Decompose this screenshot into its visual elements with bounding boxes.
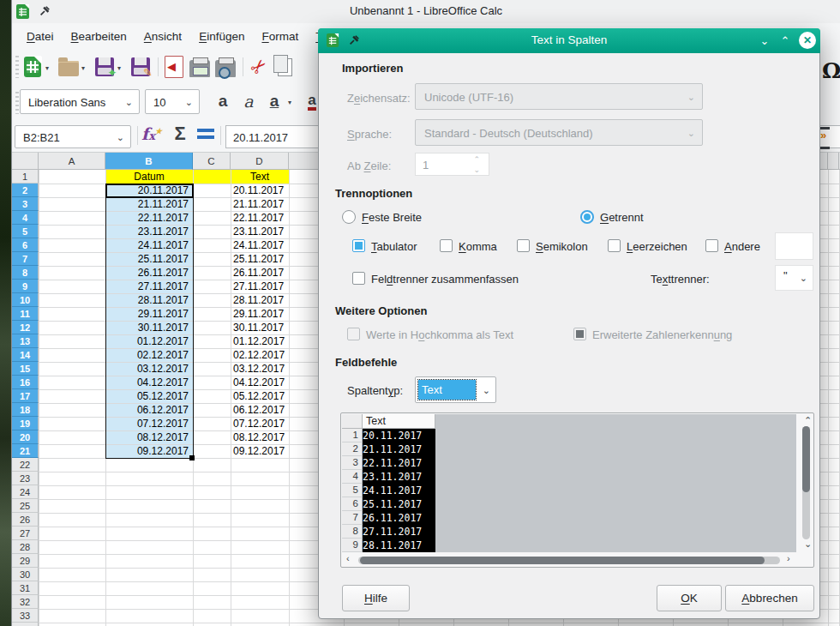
cell-D8[interactable]: 26.11.2017 — [233, 266, 286, 280]
row-header-29[interactable]: 29 — [12, 554, 39, 568]
column-header-d[interactable]: D — [231, 153, 289, 170]
row-header-6[interactable]: 6 — [12, 238, 39, 252]
cell-D5[interactable]: 23.11.2017 — [233, 225, 286, 238]
fixed-width-label[interactable]: Feste Breite — [362, 211, 422, 224]
row-header-23[interactable]: 23 — [12, 472, 39, 485]
row-header-30[interactable]: 30 — [12, 568, 39, 581]
row-header-13[interactable]: 13 — [12, 334, 39, 348]
scroll-right-icon[interactable]: › — [787, 553, 790, 563]
export-pdf-icon[interactable] — [163, 56, 185, 78]
new-document-icon[interactable] — [21, 56, 44, 78]
row-header-20[interactable]: 20 — [12, 430, 39, 444]
row-header-22[interactable]: 22 — [12, 458, 39, 472]
row-header-4[interactable]: 4 — [12, 211, 39, 225]
bold-button[interactable]: a — [212, 90, 234, 112]
row-header-3[interactable]: 3 — [12, 197, 39, 211]
chevron-down-icon[interactable] — [185, 96, 193, 107]
preview-row-value[interactable]: 25.11.2017 — [363, 497, 435, 511]
row-header-17[interactable]: 17 — [12, 389, 39, 403]
save-as-icon[interactable] — [129, 56, 152, 78]
preview-column-header[interactable]: Text — [363, 414, 435, 429]
italic-button[interactable]: a — [237, 90, 260, 112]
column-header[interactable] — [828, 153, 839, 170]
cell-D15[interactable]: 03.12.2017 — [233, 362, 286, 376]
print-preview-icon[interactable] — [214, 56, 237, 78]
font-size-combo[interactable]: 10 — [145, 89, 200, 114]
cell-D3[interactable]: 21.11.2017 — [233, 197, 286, 211]
row-header-1[interactable]: 1 — [12, 170, 39, 184]
scroll-down-icon[interactable]: ⌄ — [804, 539, 812, 550]
close-icon[interactable]: ✕ — [799, 32, 816, 49]
row-header-7[interactable]: 7 — [12, 252, 39, 266]
preview-row-value[interactable]: 24.11.2017 — [363, 484, 435, 497]
cell-D18[interactable]: 06.12.2017 — [233, 403, 286, 417]
cell-B1[interactable]: Datum — [105, 170, 193, 184]
fixed-width-radio[interactable] — [342, 210, 356, 224]
other-checkbox[interactable] — [705, 239, 718, 252]
new-document-dropdown-icon[interactable] — [45, 64, 52, 71]
row-header-9[interactable]: 9 — [12, 280, 39, 293]
menu-datei[interactable]: Datei — [18, 26, 63, 47]
save-dropdown-icon[interactable] — [117, 64, 124, 71]
space-label[interactable]: Leerzeichen — [627, 240, 687, 253]
unshade-icon[interactable]: ⌃ — [778, 34, 792, 47]
row-header-26[interactable]: 26 — [12, 513, 39, 527]
row-header-14[interactable]: 14 — [12, 348, 39, 362]
name-box[interactable]: B2:B21 — [15, 125, 131, 148]
preview-row-value[interactable]: 20.11.2017 — [363, 429, 435, 442]
row-header-34[interactable]: 34 — [12, 623, 39, 626]
underline-dropdown-icon[interactable] — [288, 99, 295, 105]
preview-row-value[interactable]: 26.11.2017 — [363, 511, 435, 525]
dialog-titlebar[interactable]: Text in Spalten ⌄ ⌃ ✕ — [318, 28, 820, 53]
semicolon-checkbox[interactable] — [517, 239, 530, 252]
tab-label[interactable]: Tabulator — [371, 240, 417, 253]
column-header-c[interactable]: C — [193, 153, 231, 170]
preview-hscrollbar[interactable] — [358, 557, 780, 564]
preview-vscrollbar[interactable] — [802, 426, 810, 539]
shade-icon[interactable]: ⌄ — [758, 34, 771, 47]
cancel-button[interactable]: Abbrechen — [725, 585, 814, 611]
semicolon-label[interactable]: Semikolon — [536, 240, 588, 253]
cell-D4[interactable]: 22.11.2017 — [233, 211, 286, 225]
row-header-2[interactable]: 2 — [12, 184, 39, 197]
row-header-21[interactable]: 21 — [12, 444, 39, 458]
open-dropdown-icon[interactable] — [81, 64, 88, 71]
menu-bearbeiten[interactable]: Bearbeiten — [63, 26, 135, 47]
cell-D17[interactable]: 05.12.2017 — [233, 389, 286, 403]
font-name-combo[interactable]: Liberation Sans — [20, 89, 140, 114]
row-header-8[interactable]: 8 — [12, 266, 39, 280]
delimited-radio[interactable] — [580, 210, 594, 224]
function-wizard-icon[interactable]: fx★ — [141, 123, 163, 145]
chevron-down-icon[interactable] — [125, 96, 133, 107]
copy-icon[interactable] — [273, 56, 296, 78]
chevron-down-icon[interactable] — [117, 131, 124, 142]
cell-D9[interactable]: 27.11.2017 — [233, 280, 286, 293]
row-header-24[interactable]: 24 — [12, 485, 39, 499]
row-header-27[interactable]: 27 — [12, 527, 39, 540]
row-header-12[interactable]: 12 — [12, 321, 39, 334]
cell-D12[interactable]: 30.11.2017 — [233, 321, 286, 334]
cell-D11[interactable]: 29.11.2017 — [233, 307, 286, 321]
formula-icon[interactable] — [195, 123, 217, 145]
menu-ansicht[interactable]: Ansicht — [135, 26, 190, 47]
row-header-15[interactable]: 15 — [12, 362, 39, 376]
cell-D6[interactable]: 24.11.2017 — [233, 238, 286, 252]
delimited-label[interactable]: Getrennt — [600, 211, 644, 224]
menu-einfgen[interactable]: Einfügen — [190, 26, 253, 47]
import-preview[interactable]: Text 120.11.2017221.11.2017322.11.201742… — [340, 412, 814, 568]
row-header-5[interactable]: 5 — [12, 225, 39, 238]
row-header-19[interactable]: 19 — [12, 417, 39, 430]
toolbar-grip[interactable] — [15, 92, 19, 114]
vscrollbar-thumb[interactable] — [802, 426, 810, 492]
cell-D16[interactable]: 04.12.2017 — [233, 376, 286, 389]
toolbar-grip[interactable] — [15, 56, 19, 78]
preview-row-value[interactable]: 22.11.2017 — [363, 456, 435, 470]
row-header-33[interactable]: 33 — [12, 609, 39, 623]
column-type-combo[interactable]: Text — [415, 376, 496, 403]
preview-row-value[interactable]: 21.11.2017 — [363, 442, 435, 456]
tab-checkbox[interactable] — [352, 239, 365, 252]
text-delimiter-combo[interactable]: " — [775, 265, 813, 291]
preview-row-value[interactable]: 28.11.2017 — [363, 539, 435, 552]
cell-D21[interactable]: 09.12.2017 — [233, 444, 286, 458]
hscrollbar-thumb[interactable] — [360, 557, 765, 564]
